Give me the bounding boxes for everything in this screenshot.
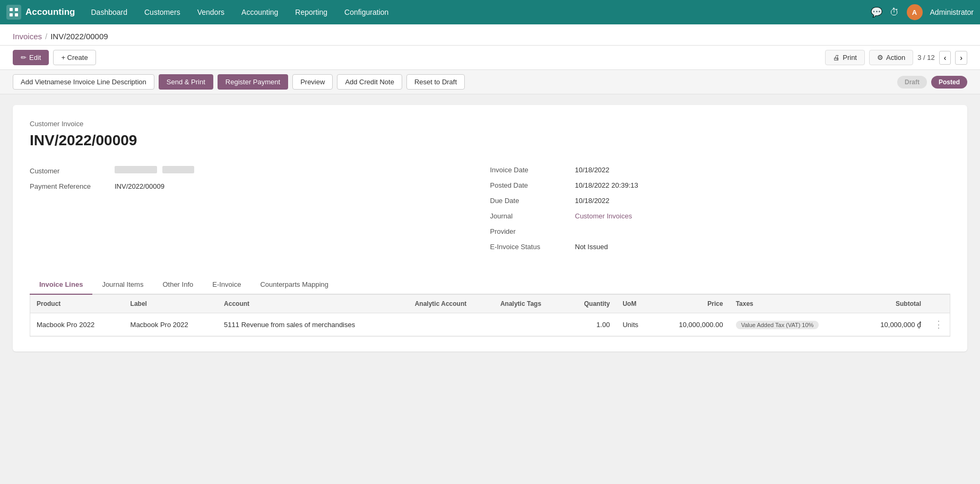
chat-icon[interactable]: 💬: [871, 6, 882, 18]
invoice-number: INV/2022/00009: [30, 132, 950, 149]
cell-label: Macbook Pro 2022: [124, 313, 218, 336]
nav-right: 💬 ⏱ A Administrator: [871, 4, 974, 20]
tab-einvoice[interactable]: E-Invoice: [203, 275, 250, 295]
gear-icon: ⚙: [877, 54, 883, 61]
menu-reporting[interactable]: Reporting: [288, 4, 335, 21]
journal-value[interactable]: Customer Invoices: [575, 212, 632, 220]
provider-label: Provider: [490, 227, 575, 235]
print-button[interactable]: 🖨 Print: [825, 50, 865, 65]
edit-icon: ✏: [21, 54, 27, 61]
breadcrumb-current: INV/2022/00009: [50, 32, 108, 41]
breadcrumb-bar: Invoices / INV/2022/00009: [0, 24, 980, 46]
cell-account: 5111 Revenue from sales of merchandises: [218, 313, 409, 336]
app-name: Accounting: [25, 7, 75, 17]
col-uom: UoM: [616, 295, 654, 313]
customer-value-blurred: [115, 166, 157, 173]
main-menu: Dashboard Customers Vendors Accounting R…: [84, 4, 871, 21]
due-date-field-row: Due Date 10/18/2022: [490, 197, 951, 205]
due-date-label: Due Date: [490, 197, 575, 205]
cell-subtotal: 10,000,000 ₫: [856, 313, 927, 336]
cell-quantity: 1.00: [565, 313, 616, 336]
col-menu: [927, 295, 950, 313]
app-logo[interactable]: Accounting: [6, 5, 75, 20]
breadcrumb: Invoices / INV/2022/00009: [13, 32, 967, 41]
posted-date-value: 10/18/2022 20:39:13: [575, 181, 638, 189]
table-header-row: Product Label Account Analytic Account A…: [30, 295, 950, 313]
payment-ref-value: INV/2022/00009: [115, 182, 164, 190]
avatar[interactable]: A: [907, 4, 923, 20]
col-analytic-tags: Analytic Tags: [494, 295, 565, 313]
svg-rect-2: [10, 13, 13, 16]
col-account: Account: [218, 295, 409, 313]
pagination-next[interactable]: ›: [955, 51, 967, 65]
posted-date-field-row: Posted Date 10/18/2022 20:39:13: [490, 181, 951, 189]
payment-ref-field-row: Payment Reference INV/2022/00009: [30, 182, 469, 190]
menu-accounting[interactable]: Accounting: [234, 4, 285, 21]
reset-to-draft-button[interactable]: Reset to Draft: [406, 74, 465, 90]
right-fields: Invoice Date 10/18/2022 Posted Date 10/1…: [490, 166, 951, 258]
menu-vendors[interactable]: Vendors: [190, 4, 232, 21]
username[interactable]: Administrator: [930, 8, 974, 16]
tax-badge: Value Added Tax (VAT) 10%: [736, 321, 819, 329]
col-quantity: Quantity: [565, 295, 616, 313]
menu-dashboard[interactable]: Dashboard: [84, 4, 135, 21]
invoice-date-field-row: Invoice Date 10/18/2022: [490, 166, 951, 174]
invoice-type-label: Customer Invoice: [30, 120, 950, 128]
row-menu-icon[interactable]: ⋮: [927, 313, 950, 336]
cell-price: 10,000,000.00: [654, 313, 730, 336]
invoice-tabs: Invoice Lines Journal Items Other Info E…: [30, 275, 950, 295]
customer-value-blurred2: [162, 166, 194, 173]
svg-rect-0: [10, 8, 13, 11]
pagination: 3 / 12 ‹ ›: [917, 51, 967, 65]
register-payment-button[interactable]: Register Payment: [218, 74, 288, 90]
clock-icon[interactable]: ⏱: [890, 7, 899, 18]
pagination-prev[interactable]: ‹: [939, 51, 951, 65]
col-subtotal: Subtotal: [856, 295, 927, 313]
menu-customers[interactable]: Customers: [137, 4, 188, 21]
invoice-lines-table-wrapper: Product Label Account Analytic Account A…: [30, 295, 950, 337]
add-vn-desc-button[interactable]: Add Vietnamese Invoice Line Description: [13, 74, 154, 90]
send-print-button[interactable]: Send & Print: [159, 74, 213, 90]
apps-icon[interactable]: [6, 5, 21, 20]
einvoice-status-value: Not Issued: [575, 243, 608, 251]
posted-date-label: Posted Date: [490, 181, 575, 189]
preview-button[interactable]: Preview: [292, 74, 333, 90]
add-credit-note-button[interactable]: Add Credit Note: [337, 74, 402, 90]
payment-ref-label: Payment Reference: [30, 182, 115, 190]
customer-field-row: Customer: [30, 166, 469, 175]
table-row[interactable]: Macbook Pro 2022 Macbook Pro 2022 5111 R…: [30, 313, 950, 336]
col-price: Price: [654, 295, 730, 313]
pagination-text: 3 / 12: [917, 54, 935, 61]
tab-invoice-lines[interactable]: Invoice Lines: [30, 275, 92, 295]
invoice-fields: Customer Payment Reference INV/2022/0000…: [30, 166, 950, 258]
invoice-lines-table: Product Label Account Analytic Account A…: [30, 295, 950, 336]
journal-field-row: Journal Customer Invoices: [490, 212, 951, 220]
journal-label: Journal: [490, 212, 575, 220]
create-button[interactable]: + Create: [53, 50, 96, 65]
customer-label: Customer: [30, 167, 115, 175]
invoice-date-label: Invoice Date: [490, 166, 575, 174]
top-navigation: Accounting Dashboard Customers Vendors A…: [0, 0, 980, 24]
einvoice-status-field-row: E-Invoice Status Not Issued: [490, 243, 951, 251]
cell-analytic-tags: [494, 313, 565, 336]
due-date-value: 10/18/2022: [575, 197, 610, 205]
tab-counterparts-mapping[interactable]: Counterparts Mapping: [250, 275, 338, 295]
edit-button[interactable]: ✏ Edit: [13, 50, 49, 65]
status-bar: Add Vietnamese Invoice Line Description …: [0, 70, 980, 94]
svg-rect-3: [15, 13, 18, 16]
customer-value: [115, 166, 194, 175]
provider-field-row: Provider: [490, 227, 951, 235]
tab-journal-items[interactable]: Journal Items: [92, 275, 153, 295]
col-label: Label: [124, 295, 218, 313]
action-button[interactable]: ⚙ Action: [869, 50, 913, 65]
cell-analytic-account: [409, 313, 494, 336]
tab-other-info[interactable]: Other Info: [153, 275, 203, 295]
menu-configuration[interactable]: Configuration: [337, 4, 396, 21]
left-fields: Customer Payment Reference INV/2022/0000…: [30, 166, 490, 258]
print-icon: 🖨: [833, 54, 840, 61]
toolbar: ✏ Edit + Create 🖨 Print ⚙ Action 3 / 12 …: [0, 46, 980, 70]
status-posted: Posted: [931, 76, 967, 89]
cell-product: Macbook Pro 2022: [30, 313, 124, 336]
breadcrumb-parent[interactable]: Invoices: [13, 32, 42, 41]
status-draft: Draft: [897, 76, 927, 89]
